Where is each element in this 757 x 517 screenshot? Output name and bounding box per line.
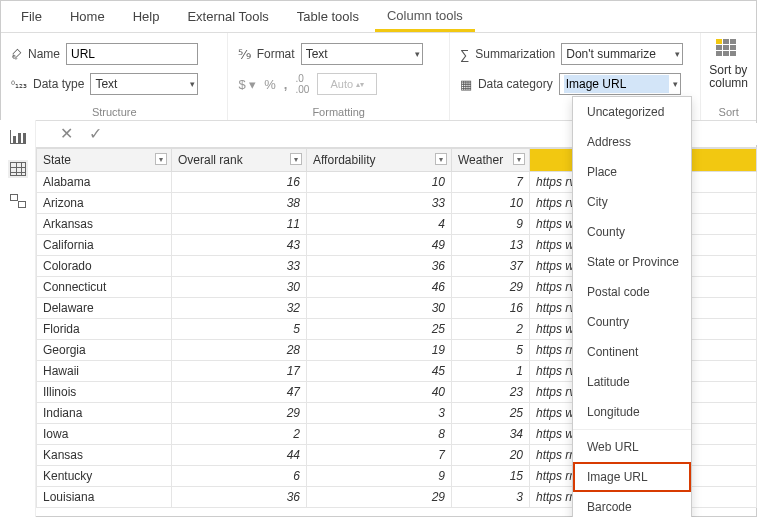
category-icon: ▦ — [460, 77, 472, 92]
menu-help[interactable]: Help — [121, 3, 172, 30]
menu-external-tools[interactable]: External Tools — [175, 3, 280, 30]
menu-table-tools[interactable]: Table tools — [285, 3, 371, 30]
tag-icon: 🏷 — [8, 46, 24, 62]
dropdown-item[interactable]: Place — [573, 157, 691, 187]
cell-affordability: 25 — [307, 319, 452, 340]
chevron-down-icon[interactable]: ▾ — [155, 153, 167, 165]
cell-rank: 47 — [172, 382, 307, 403]
dropdown-item[interactable]: City — [573, 187, 691, 217]
cell-weather: 1 — [452, 361, 530, 382]
col-affordability[interactable]: Affordability▾ — [307, 149, 452, 172]
cell-weather: 20 — [452, 445, 530, 466]
dropdown-item[interactable]: Image URL — [573, 462, 691, 492]
data-category-value[interactable] — [564, 75, 669, 93]
chevron-down-icon: ▾ — [673, 79, 678, 89]
cell-weather: 25 — [452, 403, 530, 424]
dropdown-item[interactable]: State or Province — [573, 247, 691, 277]
comma-button[interactable]: , — [284, 77, 288, 92]
col-overall-rank[interactable]: Overall rank▾ — [172, 149, 307, 172]
percent-button[interactable]: % — [264, 77, 276, 92]
cell-rank: 11 — [172, 214, 307, 235]
cell-weather: 13 — [452, 235, 530, 256]
cell-state: Delaware — [37, 298, 172, 319]
currency-button[interactable]: $ ▾ — [238, 77, 256, 92]
left-rail — [0, 120, 36, 517]
cell-state: Iowa — [37, 424, 172, 445]
group-label-formatting: Formatting — [238, 106, 438, 118]
auto-label: Auto — [331, 78, 354, 90]
col-state[interactable]: State▾ — [37, 149, 172, 172]
dropdown-item[interactable]: Longitude — [573, 397, 691, 427]
cell-rank: 29 — [172, 403, 307, 424]
rail-report-view[interactable] — [8, 128, 28, 146]
cell-rank: 2 — [172, 424, 307, 445]
format-select[interactable]: Text ▾ — [301, 43, 423, 65]
cell-rank: 16 — [172, 172, 307, 193]
cell-rank: 33 — [172, 256, 307, 277]
cell-weather: 15 — [452, 466, 530, 487]
cell-affordability: 19 — [307, 340, 452, 361]
data-category-select[interactable]: ▾ — [559, 73, 681, 95]
cell-state: Georgia — [37, 340, 172, 361]
dropdown-item[interactable]: County — [573, 217, 691, 247]
cell-rank: 6 — [172, 466, 307, 487]
col-label: State — [43, 153, 71, 167]
cell-affordability: 46 — [307, 277, 452, 298]
cell-state: Alabama — [37, 172, 172, 193]
cell-state: Louisiana — [37, 487, 172, 508]
cell-state: Indiana — [37, 403, 172, 424]
chevron-down-icon: ▾ — [190, 79, 195, 89]
rail-data-view[interactable] — [8, 160, 28, 178]
rail-model-view[interactable] — [8, 192, 28, 210]
datatype-select[interactable]: Text ▾ — [90, 73, 198, 95]
decimals-auto[interactable]: Auto ▴▾ — [317, 73, 377, 95]
stepper-icon: ▴▾ — [356, 80, 364, 89]
sort-label-1: Sort by — [709, 63, 747, 77]
cell-state: Connecticut — [37, 277, 172, 298]
commit-formula-button[interactable]: ✓ — [85, 124, 106, 143]
dropdown-item[interactable]: Address — [573, 127, 691, 157]
cell-rank: 43 — [172, 235, 307, 256]
dropdown-item[interactable]: Continent — [573, 337, 691, 367]
summarization-select[interactable]: Don't summarize ▾ — [561, 43, 683, 65]
name-input[interactable] — [66, 43, 198, 65]
chevron-down-icon[interactable]: ▾ — [435, 153, 447, 165]
format-icon: ⁵⁄₉ — [238, 47, 250, 62]
cell-state: Arizona — [37, 193, 172, 214]
cell-weather: 10 — [452, 193, 530, 214]
dropdown-item[interactable]: Barcode — [573, 492, 691, 517]
chevron-down-icon[interactable]: ▾ — [290, 153, 302, 165]
menu-file[interactable]: File — [9, 3, 54, 30]
dropdown-item[interactable]: Web URL — [573, 432, 691, 462]
cancel-formula-button[interactable]: ✕ — [56, 124, 77, 143]
datatype-value: Text — [95, 77, 117, 91]
format-value: Text — [306, 47, 328, 61]
cell-state: Arkansas — [37, 214, 172, 235]
cell-affordability: 3 — [307, 403, 452, 424]
sort-by-column-button[interactable]: Sort by column — [709, 39, 748, 90]
cell-affordability: 29 — [307, 487, 452, 508]
cell-affordability: 33 — [307, 193, 452, 214]
chevron-down-icon: ▾ — [675, 49, 680, 59]
cell-weather: 29 — [452, 277, 530, 298]
summarization-value: Don't summarize — [566, 47, 656, 61]
cell-affordability: 9 — [307, 466, 452, 487]
decimals-button[interactable]: .0.00 — [295, 73, 309, 95]
cell-state: Hawaii — [37, 361, 172, 382]
ribbon-group-sort: Sort by column Sort — [701, 33, 756, 120]
col-weather[interactable]: Weather▾ — [452, 149, 530, 172]
menu-column-tools[interactable]: Column tools — [375, 2, 475, 32]
dropdown-item[interactable]: Latitude — [573, 367, 691, 397]
data-category-dropdown[interactable]: UncategorizedAddressPlaceCityCountyState… — [572, 96, 692, 517]
cell-weather: 7 — [452, 172, 530, 193]
menu-home[interactable]: Home — [58, 3, 117, 30]
cell-rank: 17 — [172, 361, 307, 382]
model-icon — [10, 194, 26, 208]
datatype-label: Data type — [33, 77, 84, 91]
cell-state: Florida — [37, 319, 172, 340]
chevron-down-icon[interactable]: ▾ — [513, 153, 525, 165]
dropdown-item[interactable]: Country — [573, 307, 691, 337]
summarization-label: Summarization — [475, 47, 555, 61]
dropdown-item[interactable]: Uncategorized — [573, 97, 691, 127]
dropdown-item[interactable]: Postal code — [573, 277, 691, 307]
